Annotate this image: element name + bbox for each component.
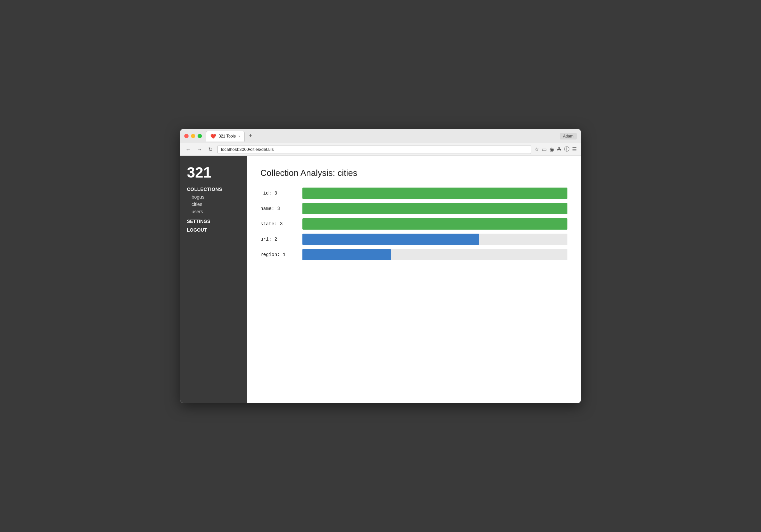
chart-label: region: 1 <box>260 252 297 257</box>
bar-fill <box>302 249 391 260</box>
chart-label: url: 2 <box>260 237 297 242</box>
user-name-label: Adam <box>560 133 577 140</box>
sidebar-item-users[interactable]: users <box>187 208 240 215</box>
chart-label: _id: 3 <box>260 191 297 196</box>
menu-icon[interactable]: ☰ <box>572 146 577 153</box>
chart-row: name: 3 <box>260 203 567 214</box>
cast-icon[interactable]: ▭ <box>542 146 547 153</box>
tab-close-icon[interactable]: × <box>238 135 240 138</box>
reload-button[interactable]: ↻ <box>207 146 214 153</box>
back-button[interactable]: ← <box>184 146 192 153</box>
chart-row: region: 1 <box>260 249 567 260</box>
page-title: Collection Analysis: cities <box>260 168 567 178</box>
main-content: Collection Analysis: cities _id: 3name: … <box>247 156 581 403</box>
app-layout: 321 COLLECTIONS bogus cities users SETTI… <box>180 156 581 403</box>
extension-icon[interactable]: ◉ <box>549 146 554 153</box>
sidebar-item-cities[interactable]: cities <box>187 201 240 208</box>
tab-favicon-icon: ❤️ <box>210 134 216 139</box>
browser-window: ❤️ 321 Tools × + Adam ← → ↻ ☆ ▭ ◉ ☘ ⓘ ☰ … <box>180 129 581 403</box>
collections-section-label: COLLECTIONS <box>187 187 240 192</box>
browser-tab[interactable]: ❤️ 321 Tools × <box>206 131 245 142</box>
chart-label: name: 3 <box>260 206 297 211</box>
browser-icons: ☆ ▭ ◉ ☘ ⓘ ☰ <box>534 146 577 153</box>
tab-bar: ❤️ 321 Tools × + <box>206 131 560 142</box>
settings-link[interactable]: SETTINGS <box>187 219 240 224</box>
traffic-lights <box>184 134 202 138</box>
chart-row: state: 3 <box>260 218 567 230</box>
profile-icon[interactable]: ☘ <box>557 146 561 153</box>
sidebar-item-bogus[interactable]: bogus <box>187 193 240 201</box>
chart-row: url: 2 <box>260 234 567 245</box>
sidebar: 321 COLLECTIONS bogus cities users SETTI… <box>180 156 247 403</box>
chart-area: _id: 3name: 3state: 3url: 2region: 1 <box>260 188 567 260</box>
forward-button[interactable]: → <box>196 146 204 153</box>
bar-fill <box>302 188 567 199</box>
logout-link[interactable]: LOGOUT <box>187 227 240 233</box>
close-button[interactable] <box>184 134 189 138</box>
info-icon[interactable]: ⓘ <box>564 146 569 153</box>
bookmark-icon[interactable]: ☆ <box>534 146 539 153</box>
minimize-button[interactable] <box>191 134 195 138</box>
new-tab-button[interactable]: + <box>246 132 255 140</box>
bar-container <box>302 249 567 260</box>
sidebar-logo: 321 <box>187 165 240 180</box>
bar-container <box>302 188 567 199</box>
bar-fill <box>302 203 567 214</box>
tab-title: 321 Tools <box>219 134 236 139</box>
bar-fill <box>302 234 479 245</box>
bar-container <box>302 234 567 245</box>
maximize-button[interactable] <box>198 134 202 138</box>
address-bar: ← → ↻ ☆ ▭ ◉ ☘ ⓘ ☰ <box>180 143 581 156</box>
chart-row: _id: 3 <box>260 188 567 199</box>
bar-container <box>302 218 567 230</box>
chart-label: state: 3 <box>260 221 297 227</box>
bar-container <box>302 203 567 214</box>
bar-fill <box>302 218 567 230</box>
title-bar: ❤️ 321 Tools × + Adam <box>180 129 581 143</box>
address-input[interactable] <box>217 145 531 154</box>
